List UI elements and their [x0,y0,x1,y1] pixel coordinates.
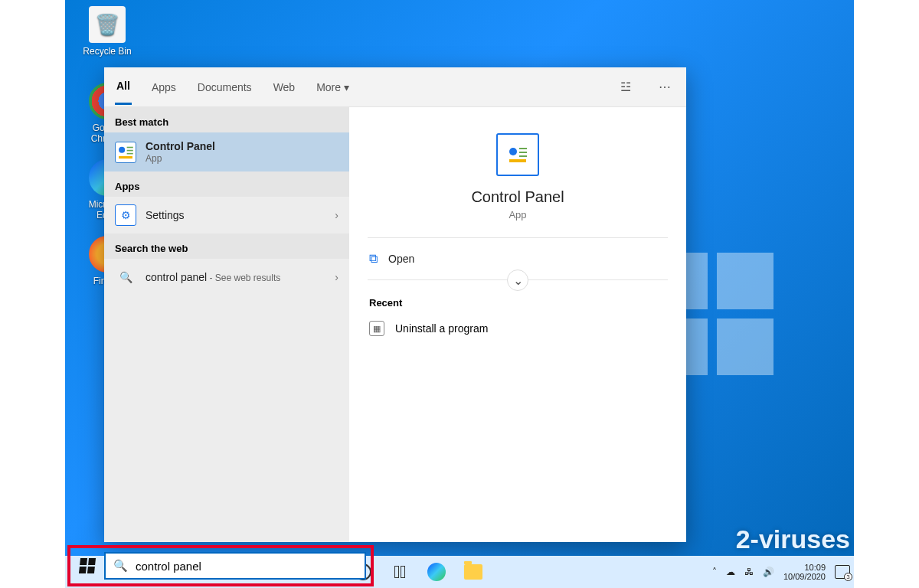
svg-rect-3 [127,149,133,151]
feedback-icon[interactable]: ☳ [616,75,636,99]
taskbar-app-edge[interactable] [426,561,447,583]
desktop-icon-recycle-bin[interactable]: 🗑️ Recycle Bin [77,6,138,57]
search-icon: 🔍 [113,559,128,573]
watermark: 2-viruses [736,524,850,554]
clock-date: 10/09/2020 [783,572,826,581]
clock-time: 10:09 [783,563,826,572]
control-panel-icon [496,133,539,176]
result-subtitle: App [146,153,338,164]
volume-icon[interactable]: 🔊 [763,567,774,577]
expand-actions-button[interactable]: ⌄ [507,270,528,291]
recent-uninstall-program[interactable]: ▦ Uninstall a program [368,315,668,342]
detail-title: Control Panel [471,188,564,206]
tray-overflow-button[interactable]: ˄ [712,567,717,577]
svg-rect-10 [509,159,526,162]
result-subtitle: - See web results [207,273,280,283]
chevron-down-icon: ⌄ [513,273,523,288]
results-list: Best match Control Panel App Apps ⚙ Sett… [104,107,349,542]
settings-icon: ⚙ [115,204,136,226]
crop-right [854,0,919,588]
tab-apps[interactable]: Apps [150,70,178,104]
onedrive-icon[interactable]: ☁ [726,567,735,577]
highlight-start-and-search: 🔍 [67,545,374,586]
result-control-panel[interactable]: Control Panel App [104,132,349,172]
start-search-flyout: All Apps Documents Web More ▾ ☳ ⋯ Best m… [104,67,686,542]
options-icon[interactable]: ⋯ [654,75,675,99]
taskbar-search-input[interactable] [136,560,357,573]
svg-rect-2 [127,146,133,148]
result-hero: Control Panel App [368,127,668,238]
svg-rect-7 [519,148,527,149]
tab-more[interactable]: More ▾ [315,70,351,104]
result-title: control panel [146,271,207,283]
result-settings[interactable]: ⚙ Settings › [104,197,349,234]
action-center-button[interactable]: 3 [835,565,850,579]
section-best-match: Best match [104,107,349,132]
result-title: Control Panel [146,140,338,153]
notification-badge: 3 [844,573,852,581]
tab-web[interactable]: Web [272,70,297,104]
section-apps: Apps [104,172,349,197]
result-title: Settings [146,209,325,222]
detail-subtitle: App [509,209,526,220]
svg-rect-5 [119,155,132,158]
svg-rect-9 [519,155,527,157]
file-explorer-icon [464,564,482,580]
programs-icon: ▦ [369,321,384,336]
chevron-right-icon: › [335,209,338,221]
task-view-button[interactable] [389,561,410,583]
search-icon: 🔍 [115,266,136,288]
taskbar-clock[interactable]: 10:09 10/09/2020 [783,563,826,581]
search-tabs: All Apps Documents Web More ▾ ☳ ⋯ [104,67,686,107]
action-label: Open [388,253,414,265]
start-button[interactable] [72,550,103,581]
tab-documents[interactable]: Documents [196,70,253,104]
recycle-bin-icon: 🗑️ [89,6,126,43]
svg-point-1 [119,146,125,152]
section-search-web: Search the web [104,234,349,259]
crop-left [0,0,65,588]
svg-point-6 [509,148,517,155]
chevron-right-icon: › [335,271,338,283]
desktop-icon-label: Recycle Bin [77,46,138,57]
svg-rect-4 [127,152,133,154]
windows-logo-icon [79,558,96,573]
result-detail-pane: Control Panel App ⧉ Open ⌄ Recent ▦ Unin… [349,107,686,542]
control-panel-icon [115,142,136,163]
tab-all[interactable]: All [115,69,132,105]
open-icon: ⧉ [369,252,378,266]
task-view-icon [394,566,405,578]
taskbar-search-box[interactable]: 🔍 [104,552,366,580]
taskbar-app-explorer[interactable] [463,561,484,583]
chevron-down-icon: ▾ [344,81,349,93]
result-web-control-panel[interactable]: 🔍 control panel - See web results › [104,259,349,296]
system-tray: ˄ ☁ 🖧 🔊 10:09 10/09/2020 3 [712,556,850,588]
recent-label: Uninstall a program [395,322,488,335]
svg-rect-8 [519,152,527,153]
desktop: 🗑️ Recycle Bin Google Chrome Microsoft E… [0,0,919,588]
network-icon[interactable]: 🖧 [744,567,754,577]
edge-icon [427,563,446,581]
